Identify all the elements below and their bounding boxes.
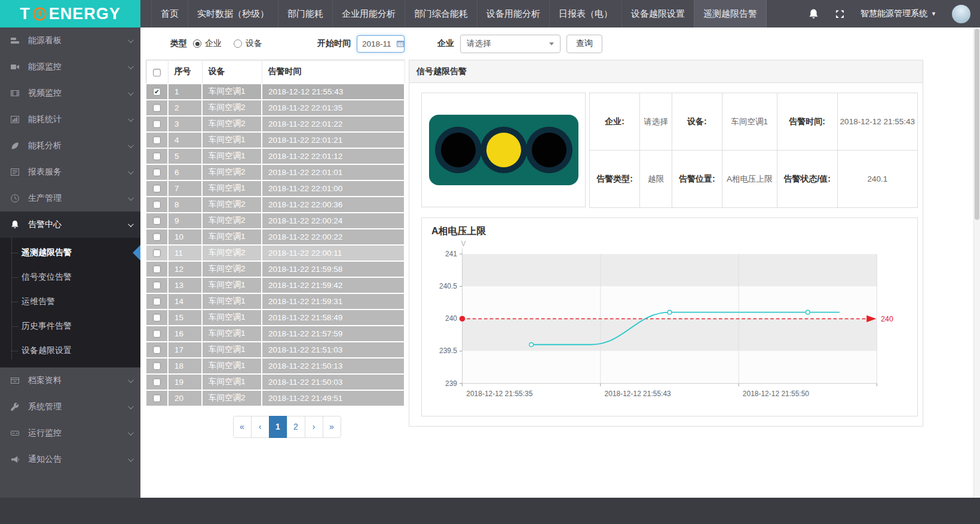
table-row[interactable]: 9车间空调22018-11-22 22:00:24 <box>146 213 405 229</box>
row-checkbox[interactable] <box>153 104 161 112</box>
table-cell: 2018-11-22 21:51:03 <box>262 342 405 358</box>
table-row[interactable]: ✔1车间空调12018-12-12 21:55:43 <box>146 84 405 100</box>
select-all-checkbox[interactable] <box>153 69 161 76</box>
sidebar-item[interactable]: 能耗分析 <box>0 133 140 159</box>
table-cell: 7 <box>168 180 202 197</box>
scrollbar-thumb[interactable] <box>975 29 979 220</box>
row-checkbox[interactable] <box>153 265 161 273</box>
table-cell: 16 <box>168 326 202 342</box>
row-checkbox[interactable] <box>153 120 161 128</box>
nav-item[interactable]: 企业用能分析 <box>332 0 405 27</box>
page-button[interactable]: 2 <box>287 416 305 438</box>
leaf-icon <box>10 141 20 151</box>
nav-item[interactable]: 部门能耗 <box>278 0 332 27</box>
sidebar-item[interactable]: 系统管理 <box>0 394 140 420</box>
table-row[interactable]: 3车间空调22018-11-22 22:01:22 <box>146 116 405 132</box>
table-row[interactable]: 6车间空调22018-11-22 22:01:01 <box>146 164 405 180</box>
table-row[interactable]: 12车间空调22018-11-22 21:59:58 <box>146 261 405 277</box>
avatar[interactable] <box>952 5 970 23</box>
row-checkbox[interactable] <box>153 152 161 160</box>
row-checkbox[interactable] <box>153 249 161 257</box>
table-row[interactable]: 5车间空调12018-11-22 22:01:12 <box>146 148 405 164</box>
chart-band <box>463 254 877 286</box>
nav-item[interactable]: 遥测越限告警 <box>694 0 767 27</box>
fullscreen-icon[interactable] <box>835 9 845 19</box>
sidebar-item[interactable]: 运行监控 <box>0 420 140 446</box>
row-checkbox[interactable] <box>153 346 161 354</box>
start-time-input[interactable] <box>362 39 393 48</box>
radio-icon[interactable] <box>193 39 201 48</box>
sidebar-item[interactable]: 告警中心 <box>0 212 140 238</box>
row-checkbox[interactable] <box>153 185 161 192</box>
calendar-icon[interactable] <box>396 39 405 48</box>
table-row[interactable]: 2车间空调22018-11-22 22:01:35 <box>146 100 405 116</box>
row-checkbox[interactable] <box>153 217 161 225</box>
row-checkbox[interactable]: ✔ <box>153 88 161 96</box>
type-radio-option[interactable]: 设备 <box>234 38 262 49</box>
table-row[interactable]: 13车间空调12018-11-22 21:59:42 <box>146 277 405 293</box>
nav-item[interactable]: 设备用能分析 <box>477 0 549 27</box>
sidebar: 能源看板能源监控视频监控能耗统计能耗分析报表服务生产管理告警中心遥测越限告警信号… <box>0 27 140 498</box>
row-checkbox[interactable] <box>153 298 161 305</box>
sidebar-item[interactable]: 能源看板 <box>0 27 140 54</box>
sidebar-item[interactable]: 能耗统计 <box>0 106 140 133</box>
sidebar-item[interactable]: 通知公告 <box>0 446 140 473</box>
table-row[interactable]: 8车间空调22018-11-22 22:00:36 <box>146 197 405 213</box>
table-row[interactable]: 11车间空调22018-11-22 22:00:11 <box>146 245 405 261</box>
sidebar-subitem[interactable]: 历史事件告警 <box>0 314 140 338</box>
sidebar-item[interactable]: 生产管理 <box>0 185 140 212</box>
row-checkbox[interactable] <box>153 281 161 289</box>
table-row[interactable]: 17车间空调12018-11-22 21:51:03 <box>146 342 405 358</box>
col-header-no: 序号 <box>168 60 202 84</box>
table-row[interactable]: 20车间空调22018-11-22 21:49:51 <box>146 390 405 406</box>
row-checkbox[interactable] <box>153 201 161 209</box>
sidebar-item[interactable]: 档案资料 <box>0 367 140 394</box>
nav-item[interactable]: 日报表（电） <box>549 0 621 27</box>
company-select[interactable]: 请选择 <box>460 35 561 53</box>
row-checkbox[interactable] <box>153 314 161 321</box>
table-row[interactable]: 10车间空调12018-11-22 22:00:22 <box>146 229 405 245</box>
nav-item[interactable]: 实时数据（秒级） <box>188 0 278 27</box>
sidebar-subitem[interactable]: 信号变位告警 <box>0 265 140 289</box>
row-checkbox[interactable] <box>153 233 161 241</box>
row-checkbox[interactable] <box>153 362 161 370</box>
sidebar-subitem[interactable]: 设备越限设置 <box>0 338 140 363</box>
nav-item[interactable]: 部门综合能耗 <box>405 0 477 27</box>
search-button[interactable]: 查询 <box>566 35 602 53</box>
table-cell: 1 <box>168 84 202 100</box>
nav-item[interactable]: 设备越限设置 <box>621 0 694 27</box>
page-button[interactable]: « <box>233 416 252 438</box>
table-row[interactable]: 16车间空调12018-11-22 21:57:59 <box>146 326 405 342</box>
page-button[interactable]: ‹ <box>251 416 270 438</box>
row-checkbox[interactable] <box>153 378 161 386</box>
table-cell: 2018-11-22 21:59:42 <box>262 277 405 293</box>
type-radio-option[interactable]: 企业 <box>193 38 222 49</box>
radio-icon[interactable] <box>234 39 242 48</box>
x-tick-label: 2018-12-12 21:55:35 <box>466 390 532 398</box>
sidebar-subitem[interactable]: 运维告警 <box>0 289 140 314</box>
page-button[interactable]: » <box>323 416 341 438</box>
sidebar-item[interactable]: 视频监控 <box>0 80 140 106</box>
bell-icon[interactable] <box>808 8 819 20</box>
table-row[interactable]: 15车间空调12018-11-22 21:58:49 <box>146 310 405 326</box>
row-checkbox[interactable] <box>153 394 161 402</box>
table-row[interactable]: 14车间空调12018-11-22 21:59:31 <box>146 293 405 310</box>
nav-item[interactable]: 首页 <box>151 0 188 27</box>
table-row[interactable]: 7车间空调12018-11-22 22:01:00 <box>146 180 405 197</box>
content: 序号 设备 告警时间 ✔1车间空调12018-12-12 21:55:432车间… <box>140 60 980 438</box>
table-row[interactable]: 4车间空调12018-11-22 22:01:21 <box>146 132 405 148</box>
page-button[interactable]: › <box>305 416 323 438</box>
page-button[interactable]: 1 <box>269 416 287 438</box>
table-row[interactable]: 18车间空调12018-11-22 21:50:13 <box>146 358 405 374</box>
sidebar-subitem[interactable]: 遥测越限告警 <box>0 240 140 265</box>
row-checkbox[interactable] <box>153 136 161 144</box>
system-menu[interactable]: 智慧能源管理系统 ▼ <box>860 8 936 19</box>
y-tick-label: 239.5 <box>439 347 457 355</box>
y-tick-label: 239 <box>445 379 457 388</box>
row-checkbox[interactable] <box>153 168 161 176</box>
table-cell: 14 <box>168 293 202 310</box>
sidebar-item[interactable]: 报表服务 <box>0 159 140 185</box>
table-row[interactable]: 19车间空调12018-11-22 21:50:03 <box>146 374 405 390</box>
row-checkbox[interactable] <box>153 330 161 338</box>
sidebar-item[interactable]: 能源监控 <box>0 54 140 80</box>
